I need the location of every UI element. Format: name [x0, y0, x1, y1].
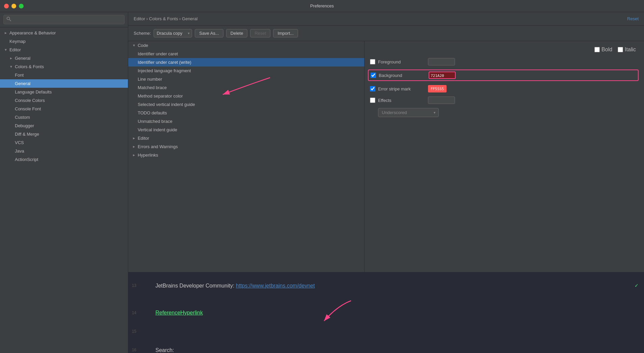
tree-item-label: TODO defaults: [138, 110, 167, 115]
foreground-label: Foreground: [378, 59, 425, 64]
sidebar-item-language-defaults[interactable]: Language Defaults: [0, 88, 128, 96]
background-row-highlighted: Background 721A20: [368, 70, 639, 81]
sidebar-item-console-colors[interactable]: Console Colors: [0, 96, 128, 105]
background-color-box[interactable]: 721A20: [429, 72, 456, 79]
sidebar-item-keymap[interactable]: Keymap: [0, 37, 128, 46]
tree-item-injected[interactable]: Injected language fragment: [128, 66, 364, 75]
reset-button[interactable]: Reset: [250, 29, 270, 37]
tree-item-hyperlinks[interactable]: ► Hyperlinks: [128, 151, 364, 159]
tree-item-label: Vertical indent guide: [138, 127, 177, 132]
sidebar-item-label: General: [15, 56, 30, 61]
tree-item-label: Identifier under caret (write): [138, 60, 191, 65]
bold-checkbox[interactable]: [594, 47, 600, 52]
sidebar-item-label: ActionScript: [15, 157, 38, 162]
code-content: JetBrains Developer Community: https://w…: [140, 273, 644, 299]
sidebar-item-label: Diff & Merge: [15, 132, 39, 137]
tree-item-method-separator[interactable]: Method separator color: [128, 92, 364, 100]
main-split: ▼ Code Identifier under caret Identifier…: [128, 41, 644, 272]
tree-item-label: Editor: [138, 136, 149, 141]
sidebar-item-font[interactable]: Font: [0, 71, 128, 79]
sidebar-item-diff-merge[interactable]: Diff & Merge: [0, 130, 128, 138]
code-text: Search:: [155, 347, 174, 353]
sidebar-item-editor[interactable]: ▼ Editor: [0, 46, 128, 54]
scheme-dropdown[interactable]: Dracula copy Default Darcula: [154, 29, 192, 37]
sidebar-item-label: Language Defaults: [15, 89, 52, 94]
effects-color-box[interactable]: [428, 97, 455, 104]
sidebar-item-general-selected[interactable]: General: [0, 79, 128, 88]
tree-item-label: Hyperlinks: [138, 153, 158, 158]
tree-item-errors-warnings[interactable]: ► Errors and Warnings: [128, 142, 364, 151]
effects-checkbox[interactable]: [370, 98, 375, 103]
expand-arrow-icon: ►: [132, 153, 136, 157]
code-line-16: 16 Search:: [128, 336, 644, 353]
import-button[interactable]: Import...: [273, 29, 298, 37]
expand-arrow-icon: ▼: [132, 44, 136, 47]
effects-select-wrapper[interactable]: Underscored Underwaved Bold Underscored: [378, 108, 439, 117]
error-stripe-row: Error stripe mark FF5555: [370, 85, 639, 92]
sidebar-item-appearance[interactable]: ► Appearance & Behavior: [0, 29, 128, 37]
sidebar-item-java[interactable]: Java: [0, 147, 128, 155]
sidebar-item-debugger[interactable]: Debugger: [0, 121, 128, 130]
code-link[interactable]: ReferenceHyperlink: [155, 310, 203, 316]
tree-item-editor[interactable]: ► Editor: [128, 134, 364, 142]
svg-line-1: [9, 20, 11, 21]
arrow-icon: ▼: [9, 65, 13, 69]
breadcrumb: Editor › Colors & Fonts › General: [134, 16, 197, 21]
tree-item-unmatched-brace[interactable]: Unmatched brace: [128, 117, 364, 126]
scheme-select-wrapper[interactable]: Dracula copy Default Darcula: [154, 29, 192, 37]
search-input[interactable]: [13, 17, 122, 22]
main-layout: ► Appearance & Behavior Keymap ▼ Editor …: [0, 12, 644, 353]
tree-item-todo-defaults[interactable]: TODO defaults: [128, 109, 364, 117]
arrow-icon: ►: [4, 31, 7, 35]
sidebar-item-console-font[interactable]: Console Font: [0, 105, 128, 113]
save-as-button[interactable]: Save As...: [195, 29, 223, 37]
sidebar-item-label: Colors & Fonts: [15, 64, 44, 69]
effects-label: Effects: [378, 98, 425, 103]
tree-item-code[interactable]: ▼ Code: [128, 41, 364, 50]
props-panel: Bold Italic Foreground Background: [365, 41, 644, 272]
checkmark-icon: ✓: [635, 282, 639, 289]
foreground-checkbox[interactable]: [370, 59, 375, 64]
minimize-button[interactable]: [11, 4, 16, 8]
code-line-15: 15: [128, 327, 644, 337]
arrow-icon: ▼: [4, 48, 7, 52]
tree-item-label: Code: [138, 43, 148, 48]
tree-item-vertical-indent[interactable]: Vertical indent guide: [128, 126, 364, 134]
titlebar: Preferences: [0, 0, 644, 12]
italic-checkbox[interactable]: [618, 47, 623, 52]
code-link[interactable]: https://www.jetbrains.com/devnet: [236, 283, 315, 289]
sidebar-item-actionscript[interactable]: ActionScript: [0, 155, 128, 164]
tree-item-label: Injected language fragment: [138, 68, 191, 73]
tree-item-line-number[interactable]: Line number: [128, 75, 364, 83]
error-stripe-color-value: FF5555: [431, 87, 444, 91]
background-color-value: 721A20: [429, 72, 455, 80]
sidebar-item-label: Appearance & Behavior: [9, 30, 56, 35]
maximize-button[interactable]: [19, 4, 24, 8]
reset-link[interactable]: Reset: [627, 16, 639, 21]
close-button[interactable]: [4, 4, 9, 8]
search-wrapper[interactable]: [3, 15, 125, 24]
line-number: 13: [128, 282, 140, 289]
scheme-label: Scheme:: [134, 31, 151, 36]
window-title: Preferences: [310, 3, 334, 8]
foreground-color-box[interactable]: [428, 58, 455, 65]
sidebar-item-label: Custom: [15, 115, 30, 120]
tree-item-matched-brace[interactable]: Matched brace: [128, 83, 364, 92]
underscored-dropdown[interactable]: Underscored Underwaved Bold Underscored: [378, 108, 439, 117]
tree-item-label: Unmatched brace: [138, 119, 172, 124]
error-stripe-color-box[interactable]: FF5555: [428, 85, 447, 92]
sidebar-item-custom[interactable]: Custom: [0, 113, 128, 121]
background-checkbox[interactable]: [371, 73, 376, 78]
sidebar-item-general[interactable]: ► General: [0, 54, 128, 62]
delete-button[interactable]: Delete: [226, 29, 248, 37]
sidebar-item-vcs[interactable]: VCS: [0, 138, 128, 147]
tree-item-selected-indent[interactable]: Selected vertical indent guide: [128, 100, 364, 109]
sidebar-item-colors-fonts[interactable]: ▼ Colors & Fonts: [0, 62, 128, 71]
italic-group: Italic: [618, 47, 636, 53]
error-stripe-checkbox[interactable]: [370, 86, 375, 91]
tree-item-label: Matched brace: [138, 85, 167, 90]
tree-item-identifier-caret[interactable]: Identifier under caret: [128, 50, 364, 58]
tree-item-identifier-caret-write[interactable]: Identifier under caret (write): [128, 58, 364, 66]
code-content: Search:: [140, 337, 644, 353]
foreground-row: Foreground: [370, 58, 639, 65]
